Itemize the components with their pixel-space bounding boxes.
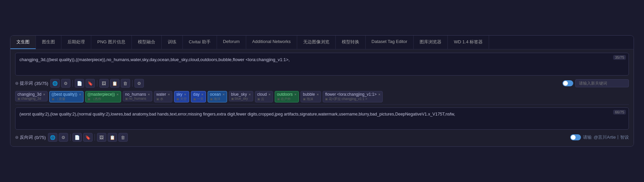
neg-image-btn[interactable]: 🖼 xyxy=(97,133,106,142)
tag-no-humans[interactable]: no_humans × ▣no_humans xyxy=(123,91,152,101)
tag-label: ((masterpiece)) xyxy=(88,92,115,97)
tag-flower-lora[interactable]: flower <lora:changjing_v1:1> × ▣花<罗拉:cha… xyxy=(323,91,383,102)
divider xyxy=(15,104,629,105)
neg-trash-btn[interactable]: 🗑 xyxy=(118,133,128,142)
positive-char-count: 35/75 xyxy=(613,55,626,60)
separator3 xyxy=(132,80,132,87)
tag-outdoors[interactable]: outdoors × ▣在户外 xyxy=(275,91,299,102)
tag-masterpiece[interactable]: ((masterpiece)) × ▣（杰作 xyxy=(85,91,121,102)
tab-model-merge[interactable]: 模型融合 xyxy=(132,36,162,49)
tag-sublabel: 云 xyxy=(261,97,264,101)
tag-label: water xyxy=(156,92,166,97)
tag-close[interactable]: × xyxy=(317,92,319,96)
negative-toolbar: ⊙ 反向词 (0/75) 🌐 ⚙ 📄 🔖 🖼 📋 🗑 请输 @言川Artie丨 xyxy=(15,132,629,143)
globe-btn[interactable]: 🌐 xyxy=(50,79,60,88)
positive-label-count: (35/75) xyxy=(35,81,48,86)
tab-additional-networks[interactable]: Additional Networks xyxy=(246,36,297,49)
tag-close[interactable]: × xyxy=(378,92,380,96)
negative-label-count: (0/75) xyxy=(35,135,46,140)
tab-gallery[interactable]: 图库浏览器 xyxy=(414,36,448,49)
attribution-brand: @言川Artie丨智设 xyxy=(594,134,629,140)
image-btn[interactable]: 🖼 xyxy=(99,79,109,88)
settings-btn[interactable]: ⚙ xyxy=(61,79,70,88)
tag-label: flower <lora:changjing_v1:1> xyxy=(325,92,376,97)
neg-settings-btn[interactable]: ⚙ xyxy=(59,133,68,142)
bookmark-btn[interactable]: 🔖 xyxy=(86,79,95,88)
tag-bubble[interactable]: bubble × ▣泡沫 xyxy=(301,91,321,102)
tag-close[interactable]: × xyxy=(43,92,45,96)
tag-label: outdoors xyxy=(277,92,293,97)
tag-label: ((best quality)) xyxy=(52,92,77,97)
attribution-text: 请输 xyxy=(583,134,592,140)
tab-model-convert[interactable]: 模型转换 xyxy=(336,36,366,49)
tag-close[interactable]: × xyxy=(116,92,118,96)
neg-bookmark-btn[interactable]: 🔖 xyxy=(83,133,93,142)
tag-close[interactable]: × xyxy=(201,92,203,96)
tab-train[interactable]: 训练 xyxy=(162,36,183,49)
neg-toggle[interactable] xyxy=(570,134,581,140)
positive-prompt-textarea[interactable]: changjing_3d,((best quality)),((masterpi… xyxy=(15,53,629,74)
tag-changjing3d[interactable]: changjing_3d × ▣changjing_3d xyxy=(15,91,48,101)
doc-btn[interactable]: 📄 xyxy=(75,79,84,88)
negative-prompt-textarea[interactable]: (worst quality:2),(low quality:2),(norma… xyxy=(15,108,629,128)
tag-sublabel: 水 xyxy=(160,97,163,101)
tag-label: no_humans xyxy=(125,92,146,97)
tag-close[interactable]: × xyxy=(294,92,296,96)
tab-wd14[interactable]: WD 1.4 标签器 xyxy=(448,36,489,49)
separator1 xyxy=(72,80,73,87)
tag-day[interactable]: day × ▣一天 xyxy=(191,91,206,102)
keyword-input[interactable] xyxy=(575,79,629,87)
neg-doc-btn[interactable]: 📄 xyxy=(72,133,82,142)
extra-btn[interactable]: ⚙ xyxy=(135,79,144,88)
tab-img2img[interactable]: 图生图 xyxy=(36,36,61,49)
tab-txt2img[interactable]: 文生图 xyxy=(10,36,36,49)
tag-label: changjing_3d xyxy=(17,92,41,97)
positive-label-text: ⊙ 提示词 xyxy=(15,80,33,86)
main-content: changjing_3d,((best quality)),((masterpi… xyxy=(10,49,634,146)
positive-prompt-wrapper: changjing_3d,((best quality)),((masterpi… xyxy=(15,53,629,76)
tag-close[interactable]: × xyxy=(184,92,186,96)
tag-close[interactable]: × xyxy=(148,92,150,96)
trash-btn[interactable]: 🗑 xyxy=(121,79,130,88)
toggle-wrapper xyxy=(562,80,573,86)
tag-close[interactable]: × xyxy=(79,92,81,96)
tab-bar: 文生图 图生图 后期处理 PNG 图片信息 模型融合 训练 Civitai 助手… xyxy=(10,36,634,49)
tag-sublabel: 花<罗拉:changjing_v1:1 > xyxy=(329,97,367,101)
tab-civitai[interactable]: Civitai 助手 xyxy=(183,36,217,49)
tag-water[interactable]: water × ▣水 xyxy=(154,91,172,102)
copy-btn[interactable]: 📋 xyxy=(110,79,119,88)
tag-sublabel: no_humans xyxy=(129,97,146,100)
tag-sublabel: changjing_3d xyxy=(21,97,41,100)
keyword-toggle[interactable] xyxy=(562,80,573,86)
tag-sublabel: 泡沫 xyxy=(307,97,313,101)
tag-label: cloud xyxy=(257,92,267,97)
tag-close[interactable]: × xyxy=(268,92,270,96)
tag-sublabel: 海洋 xyxy=(214,97,220,101)
tab-infinite-browser[interactable]: 无边图像浏览 xyxy=(297,36,336,49)
tag-label: day xyxy=(193,92,200,97)
tag-sublabel: 一天 xyxy=(197,97,204,101)
tag-blue-sky[interactable]: blue_sky × ▣blue_sky xyxy=(229,91,253,101)
neg-copy-btn[interactable]: 📋 xyxy=(108,133,117,142)
tab-deforum[interactable]: Deforum xyxy=(217,36,246,49)
negative-prompt-wrapper: (worst quality:2),(low quality:2),(norma… xyxy=(15,107,629,130)
negative-toolbar-icons: 🌐 ⚙ 📄 🔖 🖼 📋 🗑 xyxy=(48,133,128,142)
tag-sky[interactable]: sky × ▣天空 xyxy=(174,91,189,102)
keyword-input-wrapper xyxy=(562,79,629,87)
tag-best-quality[interactable]: ((best quality)) × ▣（质量 xyxy=(49,91,84,102)
tag-label: sky xyxy=(176,92,182,97)
positive-toolbar: ⊙ 提示词 (35/75) 🌐 ⚙ 📄 🔖 🖼 📋 🗑 ⚙ xyxy=(15,78,629,89)
attribution: 请输 @言川Artie丨智设 xyxy=(570,134,629,140)
neg-globe-btn[interactable]: 🌐 xyxy=(48,133,57,142)
tag-close[interactable]: × xyxy=(168,92,170,96)
tag-cloud[interactable]: cloud × ▣云 xyxy=(255,91,273,102)
tab-png-info[interactable]: PNG 图片信息 xyxy=(91,36,132,49)
tag-close[interactable]: × xyxy=(249,92,251,96)
tag-label: blue_sky xyxy=(231,92,247,97)
positive-toolbar-icons: 🌐 ⚙ 📄 🔖 🖼 📋 🗑 ⚙ xyxy=(50,79,144,88)
tags-row: changjing_3d × ▣changjing_3d ((best qual… xyxy=(15,89,629,103)
tab-postprocess[interactable]: 后期处理 xyxy=(61,36,91,49)
tab-dataset-tag[interactable]: Dataset Tag Editor xyxy=(366,36,414,49)
tag-ocean[interactable]: ocean × ▣海洋 xyxy=(208,91,227,102)
tag-close[interactable]: × xyxy=(222,92,224,96)
